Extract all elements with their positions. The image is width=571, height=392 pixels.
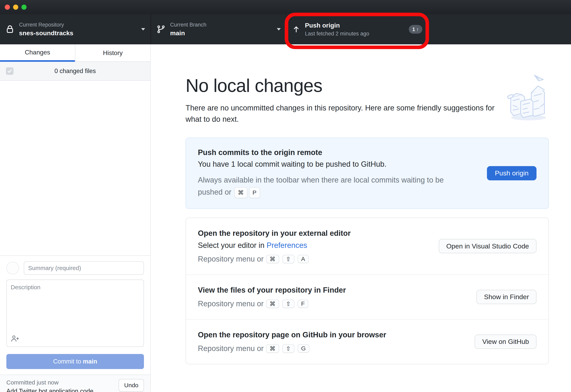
traffic-lights [5, 5, 27, 10]
commit-description-input[interactable] [6, 280, 144, 347]
current-branch-name: main [170, 29, 273, 37]
tab-changes[interactable]: Changes [0, 44, 75, 62]
tab-history[interactable]: History [75, 44, 150, 62]
show-in-finder-title: View the files of your repository in Fin… [198, 286, 476, 294]
push-card-hint: Always available in the toolbar when the… [198, 174, 460, 198]
github-desktop-window: Current Repository snes-soundtracks Curr… [0, 0, 571, 392]
open-editor-row: Open the repository in your external edi… [186, 218, 548, 274]
show-in-finder-button[interactable]: Show in Finder [476, 290, 537, 304]
preferences-link[interactable]: Preferences [267, 241, 307, 250]
current-branch-dropdown[interactable]: Current Branch main [151, 14, 286, 44]
zoom-window-button[interactable] [21, 5, 27, 10]
page-subtitle: There are no uncommitted changes in this… [186, 102, 503, 125]
git-branch-icon [157, 25, 165, 34]
close-window-button[interactable] [5, 5, 10, 10]
current-repository-name: snes-soundtracks [19, 29, 137, 37]
push-commits-card: Push commits to the origin remote You ha… [186, 138, 549, 209]
view-on-github-button[interactable]: View on GitHub [475, 335, 537, 349]
paper-stack-illustration [507, 72, 550, 123]
view-on-github-title: Open the repository page on GitHub in yo… [198, 331, 475, 339]
select-all-checkbox[interactable] [6, 67, 14, 75]
view-on-github-row: Open the repository page on GitHub in yo… [186, 319, 548, 364]
suggestions-card: Open the repository in your external edi… [186, 218, 549, 364]
minimize-window-button[interactable] [13, 5, 18, 10]
cmd-key: ⌘ [234, 187, 247, 198]
commit-message-text: Add Twitter bot application code [6, 387, 119, 392]
p-key: P [249, 187, 260, 198]
sidebar: Changes History 0 changed files [0, 44, 151, 392]
badge-arrow-up-icon: ↑ [416, 27, 419, 32]
add-coauthor-icon[interactable] [11, 335, 19, 344]
shift-key: ⇧ [282, 344, 294, 353]
chevron-down-icon [141, 28, 145, 30]
commit-to-main-button[interactable]: Commit to main [6, 354, 144, 369]
open-editor-title: Open the repository in your external edi… [198, 229, 439, 238]
current-repository-label: Current Repository [19, 22, 137, 28]
g-key: G [298, 344, 309, 353]
page-title: No local changes [186, 75, 549, 96]
push-origin-subtitle: Last fetched 2 minutes ago [305, 30, 405, 37]
push-card-line: You have 1 local commit waiting to be pu… [198, 160, 487, 168]
main-content: No local changes There are no uncommitte… [151, 44, 571, 392]
user-avatar [6, 262, 19, 274]
shift-key: ⇧ [282, 255, 294, 263]
push-origin-toolbar-button[interactable]: Push origin Last fetched 2 minutes ago 1… [287, 14, 428, 44]
undo-commit-button[interactable]: Undo [119, 379, 144, 392]
last-commit-bar: Committed just now Add Twitter bot appli… [0, 375, 150, 392]
macos-titlebar [0, 0, 571, 14]
current-repository-dropdown[interactable]: Current Repository snes-soundtracks [0, 14, 151, 44]
arrow-up-icon [292, 25, 300, 34]
cmd-key: ⌘ [266, 300, 279, 308]
commit-form: Commit to main [0, 255, 150, 375]
open-in-vscode-button[interactable]: Open in Visual Studio Code [439, 239, 537, 253]
changed-files-header: 0 changed files [0, 62, 150, 81]
commit-status-text: Committed just now [6, 378, 119, 387]
cmd-key: ⌘ [266, 255, 279, 263]
chevron-down-icon [277, 28, 281, 30]
shift-key: ⇧ [282, 300, 294, 308]
sidebar-tabs: Changes History [0, 44, 150, 62]
lock-icon [6, 25, 14, 34]
push-card-title: Push commits to the origin remote [198, 148, 487, 157]
push-origin-title: Push origin [305, 21, 405, 29]
ahead-commits-badge: 1 ↑ [409, 25, 422, 34]
commit-summary-input[interactable] [24, 261, 144, 275]
push-origin-button[interactable]: Push origin [487, 166, 537, 180]
cmd-key: ⌘ [266, 344, 279, 353]
app-toolbar: Current Repository snes-soundtracks Curr… [0, 14, 571, 44]
show-in-finder-row: View the files of your repository in Fin… [186, 274, 548, 319]
changes-list-empty-area [0, 81, 150, 255]
commit-branch-name: main [83, 358, 97, 365]
current-branch-label: Current Branch [170, 22, 273, 28]
f-key: F [298, 300, 308, 308]
a-key: A [298, 255, 309, 263]
changed-files-count: 0 changed files [0, 68, 150, 75]
